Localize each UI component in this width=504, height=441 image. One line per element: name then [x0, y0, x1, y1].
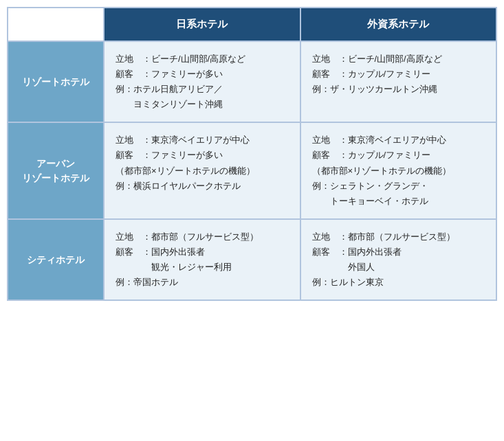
- urban-resort-japanese-example: 例：横浜ロイヤルパークホテル: [116, 179, 289, 194]
- row-label-resort: リゾートホテル: [8, 41, 104, 122]
- urban-resort-foreign-details: 立地 ：東京湾ベイエリアが中心顧客 ：カップル/ファミリー（都市部×リゾートホテ…: [312, 133, 485, 178]
- city-japanese-content: 立地 ：都市部（フルサービス型）顧客 ：国内外出張者 観光・レジャー利用 例：帝…: [104, 219, 300, 300]
- city-japanese-details: 立地 ：都市部（フルサービス型）顧客 ：国内外出張者 観光・レジャー利用: [116, 229, 289, 275]
- urban-resort-japanese-details: 立地 ：東京湾ベイエリアが中心顧客 ：ファミリーが多い（都市部×リゾートホテルの…: [116, 133, 289, 178]
- city-foreign-example: 例：ヒルトン東京: [312, 275, 485, 290]
- resort-foreign-content: 立地 ：ビーチ/山間部/高原など顧客 ：カップル/ファミリー 例：ザ・リッツカー…: [300, 41, 497, 122]
- resort-japanese-example: 例：ホテル日航アリビア／ ヨミタンリゾート沖縄: [116, 82, 289, 112]
- resort-japanese-content: 立地 ：ビーチ/山間部/高原など顧客 ：ファミリーが多い 例：ホテル日航アリビア…: [104, 41, 300, 122]
- header-foreign-hotels: 外資系ホテル: [300, 8, 497, 41]
- urban-resort-japanese-content: 立地 ：東京湾ベイエリアが中心顧客 ：ファミリーが多い（都市部×リゾートホテルの…: [104, 122, 300, 218]
- header-empty-cell: [8, 8, 104, 41]
- city-foreign-content: 立地 ：都市部（フルサービス型）顧客 ：国内外出張者 外国人 例：ヒルトン東京: [300, 219, 497, 300]
- urban-resort-foreign-content: 立地 ：東京湾ベイエリアが中心顧客 ：カップル/ファミリー（都市部×リゾートホテ…: [300, 122, 497, 218]
- comparison-table: 日系ホテル 外資系ホテル リゾートホテル 立地 ：ビーチ/山間部/高原など顧客 …: [7, 7, 497, 301]
- city-japanese-example: 例：帝国ホテル: [116, 275, 289, 290]
- resort-foreign-example: 例：ザ・リッツカールトン沖縄: [312, 82, 485, 97]
- resort-japanese-details: 立地 ：ビーチ/山間部/高原など顧客 ：ファミリーが多い: [116, 52, 289, 82]
- urban-resort-foreign-example: 例：シェラトン・グランデ・ トーキョーベイ・ホテル: [312, 179, 485, 209]
- header-japanese-hotels: 日系ホテル: [104, 8, 300, 41]
- row-label-urban-resort: アーバンリゾートホテル: [8, 122, 104, 218]
- city-foreign-details: 立地 ：都市部（フルサービス型）顧客 ：国内外出張者 外国人: [312, 229, 485, 275]
- resort-foreign-details: 立地 ：ビーチ/山間部/高原など顧客 ：カップル/ファミリー: [312, 52, 485, 82]
- row-label-city: シティホテル: [8, 219, 104, 300]
